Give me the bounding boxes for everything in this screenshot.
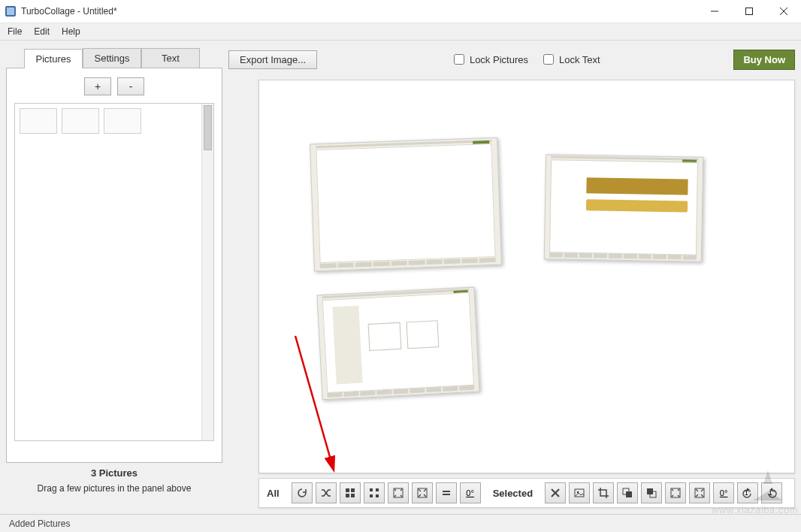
refresh-icon[interactable] [292, 482, 313, 503]
collage-picture[interactable] [310, 138, 502, 272]
svg-rect-1 [7, 8, 14, 15]
svg-rect-8 [351, 488, 355, 492]
fit-sel-icon[interactable] [665, 482, 686, 503]
export-image-button[interactable]: Export Image... [228, 50, 317, 69]
svg-rect-24 [647, 488, 653, 494]
expand-sel-icon[interactable] [689, 482, 710, 503]
picture-count-label: 3 Pictures [14, 467, 215, 479]
app-icon [5, 5, 17, 17]
thumbnail-list[interactable] [14, 103, 214, 441]
send-back-icon[interactable] [617, 482, 638, 503]
thumbnail-item[interactable] [62, 108, 99, 134]
fit-icon[interactable] [388, 482, 409, 503]
svg-rect-22 [626, 491, 632, 497]
top-toolbar: Export Image... Lock Pictures Lock Text … [228, 48, 795, 71]
zero-deg-sel-icon[interactable]: 0° [713, 482, 734, 503]
tab-pictures[interactable]: Pictures [24, 49, 83, 68]
grid-gap-icon[interactable] [364, 482, 385, 503]
svg-rect-3 [746, 8, 753, 15]
grid-fill-icon[interactable] [340, 482, 361, 503]
status-text: Added Pictures [9, 518, 70, 529]
equal-icon[interactable] [436, 482, 457, 503]
collage-picture[interactable] [316, 287, 479, 401]
minimize-button[interactable] [697, 0, 732, 23]
maximize-button[interactable] [732, 0, 766, 23]
thumbnail-item[interactable] [20, 108, 57, 134]
bring-front-icon[interactable] [641, 482, 662, 503]
title-bar: TurboCollage - Untitled* [0, 0, 801, 23]
all-tools-group: 0° [292, 482, 481, 503]
lock-text-label: Lock Text [559, 54, 600, 65]
svg-rect-11 [370, 488, 373, 491]
sidebar-footer: 3 Pictures Drag a few pictures in the pa… [6, 463, 222, 498]
selected-tools-group: 0° 1° 1° [545, 482, 782, 503]
work-area: Pictures Settings Text + - 3 Pictures Dr… [0, 41, 801, 514]
lock-text-checkbox[interactable]: Lock Text [540, 52, 600, 67]
sidebar-tabs: Pictures Settings Text [24, 48, 222, 68]
svg-rect-10 [351, 494, 355, 497]
window-title: TurboCollage - Untitled* [21, 6, 697, 17]
buy-now-button[interactable]: Buy Now [733, 50, 795, 70]
close-button[interactable] [766, 0, 801, 23]
menu-edit[interactable]: Edit [28, 24, 56, 39]
crop-icon[interactable] [593, 482, 614, 503]
status-bar: Added Pictures [0, 514, 801, 532]
lock-pictures-checkbox[interactable]: Lock Pictures [451, 52, 528, 67]
svg-rect-9 [346, 494, 349, 497]
collage-picture[interactable] [544, 154, 703, 262]
bottom-toolbar: All 0° Selected 0° 1° [258, 478, 795, 508]
remove-picture-button[interactable]: - [117, 77, 144, 95]
collage-canvas[interactable] [259, 80, 794, 473]
tab-text[interactable]: Text [141, 48, 200, 68]
lock-text-input[interactable] [543, 54, 554, 65]
svg-rect-13 [370, 494, 373, 497]
menu-file[interactable]: File [2, 24, 28, 39]
sidebar: Pictures Settings Text + - 3 Pictures Dr… [6, 41, 222, 508]
svg-rect-12 [376, 488, 379, 491]
rotate-cw-icon[interactable]: 1° [761, 482, 782, 503]
thumbnail-item[interactable] [104, 108, 141, 134]
all-label: All [267, 488, 280, 499]
delete-icon[interactable] [545, 482, 566, 503]
svg-rect-7 [346, 488, 349, 492]
window-controls [697, 0, 801, 23]
lock-pictures-label: Lock Pictures [470, 54, 528, 65]
menu-bar: File Edit Help [0, 23, 801, 41]
sidebar-body: + - [6, 68, 222, 463]
add-picture-button[interactable]: + [84, 77, 111, 95]
shuffle-icon[interactable] [316, 482, 337, 503]
selected-label: Selected [493, 488, 533, 499]
expand-icon[interactable] [412, 482, 433, 503]
menu-help[interactable]: Help [56, 24, 86, 39]
thumbnail-scrollbar[interactable] [201, 104, 213, 440]
add-remove-row: + - [7, 68, 222, 103]
svg-rect-14 [376, 494, 379, 497]
zero-deg-icon[interactable]: 0° [460, 482, 481, 503]
tab-settings[interactable]: Settings [83, 48, 141, 68]
lock-pictures-input[interactable] [454, 54, 464, 65]
main-area: Export Image... Lock Pictures Lock Text … [228, 48, 795, 508]
image-icon[interactable] [569, 482, 590, 503]
rotate-ccw-icon[interactable]: 1° [737, 482, 758, 503]
scrollbar-thumb[interactable] [204, 105, 212, 150]
sidebar-hint: Drag a few pictures in the panel above [14, 483, 215, 494]
collage-canvas-frame [258, 80, 795, 473]
